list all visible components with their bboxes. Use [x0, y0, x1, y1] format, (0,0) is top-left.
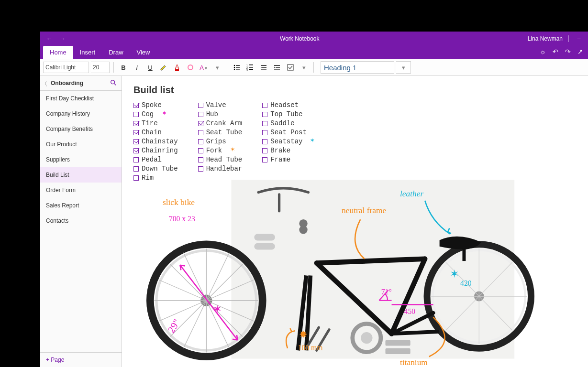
nav-forward-icon[interactable]: →: [56, 35, 69, 42]
user-name[interactable]: Lina Newman: [528, 35, 563, 42]
sidebar-page-item[interactable]: Sales Report: [40, 198, 122, 213]
indent-button[interactable]: [271, 62, 283, 73]
checklist-item[interactable]: Tire: [133, 119, 178, 128]
ink-color-button[interactable]: [185, 62, 196, 73]
section-name[interactable]: Onboarding: [51, 80, 106, 86]
checkbox[interactable]: [262, 121, 267, 126]
checklist-item[interactable]: Headset: [262, 101, 307, 109]
sidebar-page-item[interactable]: Build List: [40, 167, 122, 183]
checklist-label: Head Tube: [206, 156, 243, 164]
add-page-button[interactable]: Page: [40, 352, 122, 367]
checkbox[interactable]: [133, 166, 139, 172]
checklist-item[interactable]: Seat Tube: [198, 129, 243, 137]
checkbox[interactable]: [133, 112, 139, 117]
checkbox[interactable]: [198, 130, 203, 135]
checkbox[interactable]: [198, 103, 203, 108]
checkbox[interactable]: [262, 130, 267, 135]
svg-rect-12: [249, 69, 253, 70]
checklist-item[interactable]: Seat Post: [262, 129, 307, 137]
italic-button[interactable]: I: [131, 62, 143, 73]
checkbox[interactable]: [198, 139, 203, 144]
clear-format-button[interactable]: A▼: [198, 62, 210, 73]
checkbox[interactable]: [262, 112, 267, 117]
checkbox[interactable]: [262, 157, 267, 162]
checklist-item[interactable]: Seatstay✶: [262, 138, 307, 146]
sidebar-page-item[interactable]: Suppliers: [40, 152, 122, 167]
font-size-input[interactable]: 20: [91, 62, 110, 73]
checklist-item[interactable]: Valve: [198, 101, 243, 109]
checkbox[interactable]: [133, 103, 139, 108]
number-list-button[interactable]: 123: [244, 62, 256, 73]
notebook-title: Work Notebook: [72, 35, 528, 42]
share-icon[interactable]: ↗: [577, 48, 583, 55]
search-icon[interactable]: [110, 79, 117, 87]
page-canvas[interactable]: Build list SpokeCog✶TireChainChainstayCh…: [122, 76, 588, 367]
star-icon: ✸: [299, 329, 308, 340]
checkbox[interactable]: [198, 166, 203, 172]
checkbox[interactable]: [198, 112, 203, 117]
wheel-right-photo: [427, 244, 532, 348]
sidebar-page-item[interactable]: First Day Checklist: [40, 91, 122, 106]
todo-tag-button[interactable]: [285, 62, 296, 73]
checklist-item[interactable]: Brake: [262, 147, 307, 155]
bullet-list-button[interactable]: [231, 62, 243, 73]
checkbox[interactable]: [198, 148, 203, 153]
style-dropdown[interactable]: ▾: [396, 61, 411, 74]
more-font-dropdown[interactable]: ▾: [211, 62, 223, 73]
redo-icon[interactable]: ↷: [565, 48, 571, 55]
checkbox[interactable]: [133, 148, 139, 153]
tab-draw[interactable]: Draw: [102, 46, 130, 59]
sidebar-page-item[interactable]: Contacts: [40, 213, 122, 228]
tab-home[interactable]: Home: [43, 46, 73, 59]
checkbox[interactable]: [133, 139, 139, 144]
checkbox[interactable]: [133, 130, 139, 135]
checkbox[interactable]: [133, 157, 139, 162]
checklist-item[interactable]: Frame: [262, 156, 307, 164]
checklist-item[interactable]: Cog✶: [133, 110, 178, 119]
checkbox[interactable]: [262, 103, 267, 108]
checklist-item[interactable]: Chain: [133, 129, 178, 137]
undo-icon[interactable]: ↶: [553, 48, 558, 55]
checklist-label: Crank Arm: [206, 119, 243, 128]
checklist-item[interactable]: Head Tube: [198, 156, 243, 164]
checkbox[interactable]: [133, 121, 139, 126]
section-back-icon[interactable]: 〈: [45, 80, 47, 86]
more-para-dropdown[interactable]: ▾: [298, 62, 310, 73]
checklist-item[interactable]: Saddle: [262, 119, 307, 128]
svg-rect-8: [249, 65, 253, 65]
underline-button[interactable]: U: [144, 62, 156, 73]
checklist-label: Seatstay: [270, 138, 302, 146]
lightbulb-icon[interactable]: ☼: [540, 48, 546, 55]
checkbox[interactable]: [198, 157, 203, 162]
checklist-item[interactable]: Grips: [198, 138, 243, 146]
checkbox[interactable]: [198, 121, 203, 126]
title-bar: ← → Work Notebook Lina Newman –: [40, 32, 588, 46]
checklist-label: Brake: [270, 147, 290, 155]
font-name-input[interactable]: Calibri Light: [43, 62, 89, 73]
checkbox[interactable]: [262, 139, 267, 144]
sidebar-page-item[interactable]: Order Form: [40, 183, 122, 198]
checklist-item[interactable]: Chainstay: [133, 138, 178, 146]
font-color-button[interactable]: A: [171, 62, 183, 73]
outdent-button[interactable]: [258, 62, 269, 73]
checklist-item[interactable]: Fork✶: [198, 147, 243, 155]
checklist-item[interactable]: Spoke: [133, 101, 178, 109]
checkbox[interactable]: [262, 148, 267, 153]
sidebar-page-item[interactable]: Company Benefits: [40, 121, 122, 137]
checklist-item[interactable]: Top Tube: [262, 110, 307, 119]
bold-button[interactable]: B: [118, 62, 129, 73]
page-title[interactable]: Build list: [133, 85, 577, 96]
sidebar-page-item[interactable]: Our Product: [40, 137, 122, 152]
checklist-item[interactable]: Hub: [198, 110, 243, 119]
checklist-item[interactable]: Crank Arm: [198, 119, 243, 128]
minimize-icon[interactable]: –: [575, 35, 583, 42]
highlight-button[interactable]: [158, 62, 169, 73]
checklist-area[interactable]: SpokeCog✶TireChainChainstayChainringPeda…: [133, 101, 577, 182]
nav-back-icon[interactable]: ←: [43, 35, 55, 42]
sidebar-page-item[interactable]: Company History: [40, 106, 122, 121]
style-select[interactable]: Heading 1: [321, 61, 394, 74]
tab-view[interactable]: View: [130, 46, 157, 59]
checklist-item[interactable]: Pedal: [133, 156, 178, 164]
tab-insert[interactable]: Insert: [73, 46, 102, 59]
checklist-item[interactable]: Chainring: [133, 147, 178, 155]
